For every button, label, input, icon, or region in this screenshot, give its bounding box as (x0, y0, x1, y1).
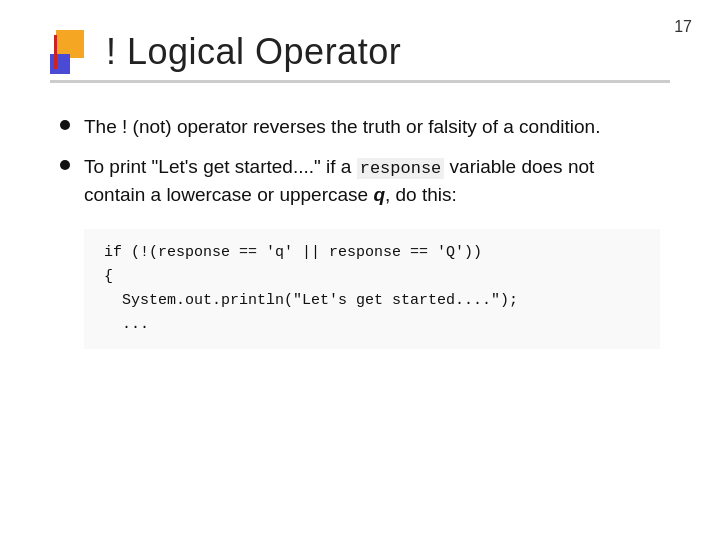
icon-blue-square (50, 54, 70, 74)
bullet-item-1: The ! (not) operator reverses the truth … (60, 113, 660, 141)
slide: 17 ! Logical Operator The ! (not) operat… (0, 0, 720, 540)
code-line-4: ... (104, 313, 640, 337)
code-line-2: { (104, 265, 640, 289)
code-line-1: if (!(response == 'q' || response == 'Q'… (104, 241, 640, 265)
bullet-dot-1 (60, 120, 70, 130)
header-icon (50, 30, 94, 74)
bullet-text-1: The ! (not) operator reverses the truth … (84, 113, 660, 141)
italic-q: q (373, 184, 385, 205)
slide-header: ! Logical Operator (50, 30, 670, 83)
bullet-item-2: To print "Let's get started...." if a re… (60, 153, 660, 209)
icon-red-line (54, 35, 57, 69)
bullet-text-2: To print "Let's get started...." if a re… (84, 153, 660, 209)
bullet-dot-2 (60, 160, 70, 170)
slide-title: ! Logical Operator (106, 31, 401, 73)
code-block: if (!(response == 'q' || response == 'Q'… (84, 229, 660, 349)
inline-code-response: response (357, 158, 445, 179)
code-line-3: System.out.println("Let's get started...… (104, 289, 640, 313)
bullet-list: The ! (not) operator reverses the truth … (60, 113, 660, 209)
slide-content: The ! (not) operator reverses the truth … (50, 113, 670, 349)
slide-number: 17 (674, 18, 692, 36)
